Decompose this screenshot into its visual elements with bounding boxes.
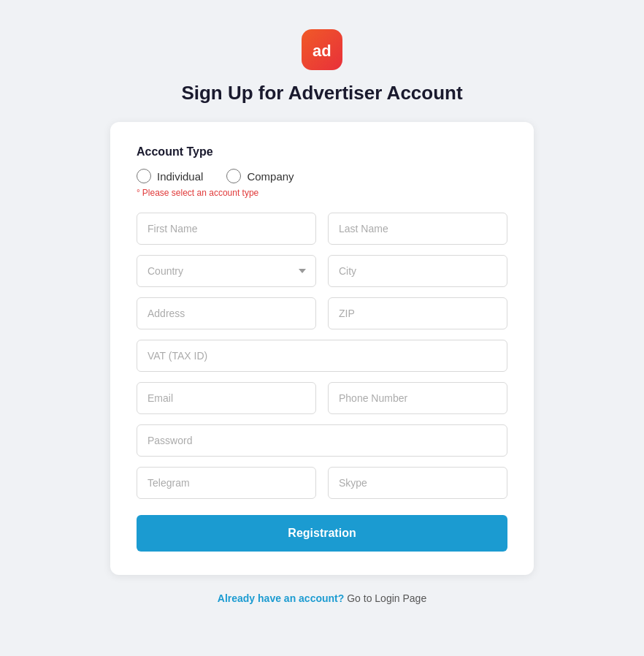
vat-field bbox=[137, 340, 507, 372]
first-name-input[interactable] bbox=[137, 213, 316, 245]
vat-input[interactable] bbox=[137, 340, 507, 372]
telegram-field bbox=[137, 467, 316, 499]
vat-row bbox=[137, 340, 507, 372]
error-dot: ° bbox=[137, 188, 140, 198]
skype-input[interactable] bbox=[328, 467, 507, 499]
company-option[interactable]: Company bbox=[226, 169, 294, 183]
svg-text:ad: ad bbox=[313, 42, 331, 60]
logo-icon: ad bbox=[302, 29, 342, 70]
country-city-row: Country bbox=[137, 255, 507, 287]
already-have-account-text: Already have an account? bbox=[218, 592, 345, 604]
individual-radio[interactable] bbox=[137, 169, 151, 183]
form-card: Account Type Individual Company °Please … bbox=[110, 122, 534, 575]
email-field bbox=[137, 382, 316, 414]
zip-field bbox=[328, 297, 507, 329]
email-phone-row bbox=[137, 382, 507, 414]
social-row bbox=[137, 467, 507, 499]
country-field: Country bbox=[137, 255, 316, 287]
page-title: Sign Up for Advertiser Account bbox=[181, 82, 462, 104]
individual-label: Individual bbox=[157, 170, 203, 183]
email-input[interactable] bbox=[137, 382, 316, 414]
password-field bbox=[137, 424, 507, 457]
account-type-error: °Please select an account type bbox=[137, 188, 507, 198]
account-type-label: Account Type bbox=[137, 145, 507, 159]
logo: ad bbox=[302, 29, 342, 70]
city-input[interactable] bbox=[328, 255, 507, 287]
city-field bbox=[328, 255, 507, 287]
individual-option[interactable]: Individual bbox=[137, 169, 203, 183]
last-name-input[interactable] bbox=[328, 213, 507, 245]
account-type-row: Individual Company bbox=[137, 169, 507, 183]
zip-input[interactable] bbox=[328, 297, 507, 329]
skype-field bbox=[328, 467, 507, 499]
password-input[interactable] bbox=[137, 424, 507, 457]
telegram-input[interactable] bbox=[137, 467, 316, 499]
address-zip-row bbox=[137, 297, 507, 329]
country-select[interactable]: Country bbox=[137, 255, 316, 287]
company-radio[interactable] bbox=[226, 169, 241, 183]
phone-input[interactable] bbox=[328, 382, 507, 414]
first-name-field bbox=[137, 213, 316, 245]
register-button[interactable]: Registration bbox=[137, 515, 507, 552]
name-row bbox=[137, 213, 507, 245]
last-name-field bbox=[328, 213, 507, 245]
address-input[interactable] bbox=[137, 297, 316, 329]
password-row bbox=[137, 424, 507, 457]
address-field bbox=[137, 297, 316, 329]
company-label: Company bbox=[247, 170, 294, 183]
login-prompt-row: Already have an account? Go to Login Pag… bbox=[218, 592, 426, 604]
go-to-login-link[interactable]: Go to Login Page bbox=[347, 592, 426, 604]
phone-field bbox=[328, 382, 507, 414]
